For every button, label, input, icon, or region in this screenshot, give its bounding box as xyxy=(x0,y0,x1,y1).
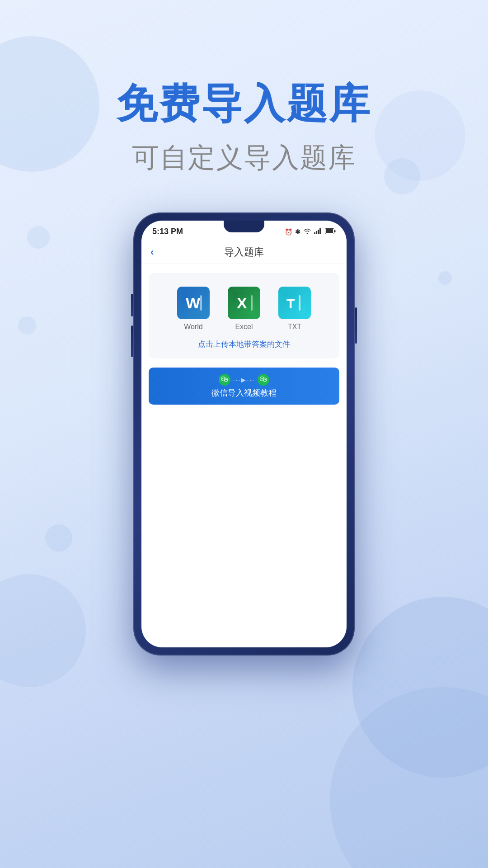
svg-point-23 xyxy=(261,378,262,379)
svg-rect-15 xyxy=(299,295,300,311)
phone-container: 5:13 PM ⏰ ✱ xyxy=(0,212,488,656)
excel-label: Excel xyxy=(235,323,253,331)
clock-icon: ⏰ xyxy=(285,228,292,236)
battery-icon xyxy=(325,228,336,236)
wechat-arrow: ···▶··· xyxy=(233,376,255,383)
txt-label: TXT xyxy=(288,323,301,331)
svg-text:W: W xyxy=(186,294,201,311)
back-button[interactable]: ‹ xyxy=(150,246,154,258)
svg-point-19 xyxy=(224,378,228,382)
wifi-icon xyxy=(303,228,311,236)
svg-point-21 xyxy=(226,379,227,380)
svg-text:T: T xyxy=(286,296,295,311)
svg-point-17 xyxy=(222,378,223,379)
power-button xyxy=(355,307,357,344)
header-section: 免费导入题库 可自定义导入题库 xyxy=(0,0,488,176)
app-content: W World xyxy=(141,264,347,414)
word-icon: W xyxy=(177,287,210,319)
txt-icon: T xyxy=(278,287,311,319)
svg-rect-6 xyxy=(334,230,336,232)
wechat-icon-right xyxy=(258,374,269,386)
svg-rect-2 xyxy=(318,230,319,234)
status-time: 5:13 PM xyxy=(152,227,183,236)
svg-point-27 xyxy=(265,379,266,380)
phone-notch xyxy=(224,221,264,232)
word-label: World xyxy=(184,323,203,331)
svg-point-26 xyxy=(264,379,265,380)
volume-down-button xyxy=(131,326,133,357)
svg-rect-9 xyxy=(200,295,202,311)
sub-title: 可自定义导入题库 xyxy=(0,140,488,176)
wechat-icon-left xyxy=(219,374,230,386)
wechat-btn-icons: ···▶··· xyxy=(219,374,269,386)
svg-text:X: X xyxy=(237,294,247,311)
app-header: ‹ 导入题库 xyxy=(141,238,347,264)
excel-file-item[interactable]: X Excel xyxy=(228,287,260,331)
svg-rect-12 xyxy=(251,295,253,311)
txt-file-item[interactable]: T TXT xyxy=(278,287,311,331)
upload-hint[interactable]: 点击上传本地带答案的文件 xyxy=(158,339,330,349)
bluetooth-icon: ✱ xyxy=(295,228,300,236)
main-title: 免费导入题库 xyxy=(0,81,488,126)
svg-rect-3 xyxy=(319,228,321,234)
wechat-btn-label: 微信导入视频教程 xyxy=(211,387,277,398)
phone-screen: 5:13 PM ⏰ ✱ xyxy=(141,221,347,647)
signal-icon xyxy=(314,228,322,236)
bg-decoration-10 xyxy=(330,687,488,868)
svg-rect-5 xyxy=(326,229,333,233)
file-section: W World xyxy=(149,273,339,359)
volume-up-button xyxy=(131,294,133,316)
word-file-item[interactable]: W World xyxy=(177,287,210,331)
excel-icon: X xyxy=(228,287,260,319)
svg-point-25 xyxy=(263,378,267,382)
phone-mockup: 5:13 PM ⏰ ✱ xyxy=(133,212,355,656)
wechat-tutorial-button[interactable]: ···▶··· 微信导入视频教程 xyxy=(149,368,339,405)
file-icons-row: W World xyxy=(158,287,330,331)
svg-point-20 xyxy=(225,379,225,380)
page-title: 导入题库 xyxy=(224,245,264,259)
status-icons: ⏰ ✱ xyxy=(285,228,336,236)
svg-rect-0 xyxy=(314,232,315,234)
svg-rect-1 xyxy=(316,231,317,234)
